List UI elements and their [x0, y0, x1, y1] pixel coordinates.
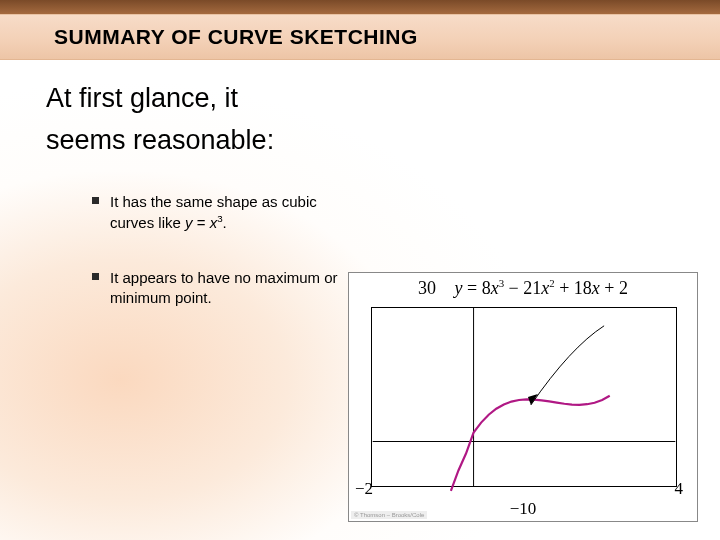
figure-panel: 30 y = 8x3 − 21x2 + 18x + 2 −2 4 −10 © T… — [348, 272, 698, 522]
figure-header: 30 y = 8x3 − 21x2 + 18x + 2 — [349, 277, 697, 299]
figure-equation: y = 8x3 − 21x2 + 18x + 2 — [455, 278, 628, 298]
bullet-1-post: . — [223, 214, 227, 231]
lead-line-1: At first glance, it — [46, 78, 406, 120]
annotation-arrow — [531, 326, 604, 405]
title-bar: SUMMARY OF CURVE SKETCHING — [0, 14, 720, 60]
plot-area — [371, 307, 677, 487]
plot-svg — [372, 308, 676, 486]
lead-line-2: seems reasonable: — [46, 120, 406, 162]
xmin-label: −2 — [355, 479, 373, 499]
curve-line — [451, 396, 610, 491]
top-strip — [0, 0, 720, 14]
bullet-2: It appears to have no maximum or minimum… — [92, 268, 352, 309]
xmax-label: 4 — [675, 479, 684, 499]
bullet-1: It has the same shape as cubic curves li… — [92, 192, 352, 234]
figure-credit: © Thomson – Brooks/Cole — [351, 511, 427, 519]
bullet-list: It has the same shape as cubic curves li… — [92, 192, 352, 342]
bullet-1-var-y: y — [185, 214, 193, 231]
ymax-label: 30 — [418, 278, 436, 298]
page-title: SUMMARY OF CURVE SKETCHING — [54, 25, 418, 49]
lead-text: At first glance, it seems reasonable: — [46, 78, 406, 162]
bullet-1-mid: = — [193, 214, 210, 231]
